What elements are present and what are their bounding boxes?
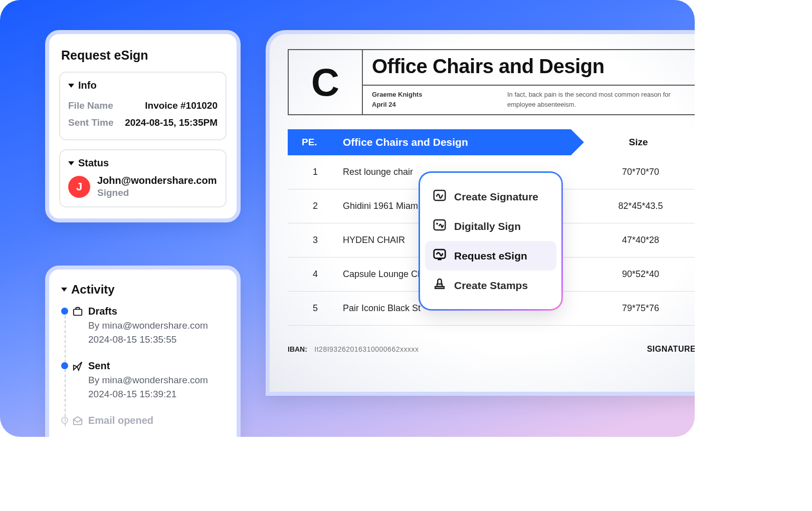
status-section: Status J John@wondershare.com Signed: [59, 149, 227, 207]
doc-footer: IBAN: It28I93262016310000662xxxxx SIGNAT…: [288, 345, 695, 354]
row-index: 3: [288, 235, 343, 245]
table-header: PE. Office Chairs and Design Size: [288, 129, 695, 155]
request-esign-icon: [432, 247, 447, 265]
activity-item-sent: Sent By mina@wondershare.com 2024-08-15 …: [72, 360, 225, 400]
file-name-value: Invoice #101020: [145, 100, 218, 111]
menu-item-label: Create Stamps: [454, 280, 528, 292]
activity-item-time: 2024-08-15 15:39:21: [72, 389, 225, 400]
chevron-down-icon: [68, 161, 74, 165]
digital-sign-icon: [432, 217, 447, 235]
file-name-row: File Name Invoice #101020: [68, 97, 218, 114]
col-header-size: Size: [571, 137, 695, 148]
doc-header: C Office Chairs and Design Graeme Knight…: [288, 49, 695, 115]
menu-item-create-signature[interactable]: Create Signature: [425, 182, 556, 211]
row-size: 47*40*28: [575, 235, 695, 245]
chevron-down-icon: [68, 84, 74, 88]
status-section-title: Status: [78, 157, 109, 169]
doc-author: Graeme Knights: [372, 90, 507, 100]
menu-item-create-stamps[interactable]: Create Stamps: [425, 271, 556, 300]
row-index: 1: [288, 167, 343, 177]
activity-item-title: Drafts: [88, 306, 117, 317]
activity-item-by: By mina@wondershare.com: [72, 320, 225, 331]
timeline-dot: [61, 417, 68, 424]
svg-rect-0: [74, 309, 82, 315]
signer-email: John@wondershare.com: [97, 175, 217, 186]
col-header-main: Office Chairs and Design: [343, 136, 468, 148]
info-section-header[interactable]: Info: [68, 80, 218, 91]
info-section-title: Info: [78, 80, 97, 91]
row-size: 90*52*40: [575, 269, 695, 280]
menu-item-request-esign[interactable]: Request eSign: [425, 241, 556, 271]
sent-time-row: Sent Time 2024-08-15, 15:35PM: [68, 114, 218, 131]
doc-logo: C: [289, 50, 363, 114]
row-index: 5: [288, 303, 343, 314]
timeline-dot: [61, 308, 68, 315]
menu-item-label: Request eSign: [454, 250, 527, 262]
activity-item-drafts: Drafts By mina@wondershare.com 2024-08-1…: [72, 306, 225, 345]
doc-logo-letter: C: [311, 63, 339, 102]
menu-item-label: Create Signature: [454, 191, 538, 203]
row-size: 82*45*43.5: [575, 201, 695, 211]
iban-value: It28I93262016310000662xxxxx: [314, 345, 419, 353]
stage-background: Request eSign Info File Name Invoice #10…: [0, 0, 695, 437]
doc-title: Office Chairs and Design: [372, 55, 695, 78]
activity-item-time: 2024-08-15 15:35:55: [72, 334, 225, 345]
activity-header[interactable]: Activity: [61, 283, 225, 297]
timeline-dot: [61, 362, 68, 369]
chevron-down-icon: [61, 288, 67, 292]
menu-item-digitally-sign[interactable]: Digitally Sign: [425, 211, 556, 241]
doc-date: April 24: [372, 100, 507, 110]
row-index: 4: [288, 269, 343, 280]
drafts-icon: [72, 306, 83, 317]
activity-item-title: Sent: [88, 360, 110, 372]
signature-icon: [432, 188, 447, 205]
doc-blurb: In fact, back pain is the second most co…: [507, 90, 695, 109]
activity-item-email-opened: Email opened: [72, 415, 225, 426]
sent-time-value: 2024-08-15, 15:35PM: [125, 117, 218, 128]
activity-timeline: Drafts By mina@wondershare.com 2024-08-1…: [61, 306, 225, 426]
row-index: 2: [288, 201, 343, 211]
info-section: Info File Name Invoice #101020 Sent Time…: [59, 72, 227, 140]
row-size: 70*70*70: [575, 167, 695, 177]
row-size: 79*75*76: [575, 303, 695, 314]
signer-row: J John@wondershare.com Signed: [68, 175, 218, 198]
sent-icon: [72, 361, 83, 372]
col-header-pe: PE.: [302, 137, 343, 148]
status-section-header[interactable]: Status: [68, 157, 218, 169]
context-menu: Create Signature Digitally Sign Request …: [420, 173, 561, 309]
stamp-icon: [432, 277, 447, 294]
file-name-label: File Name: [68, 100, 113, 111]
activity-title: Activity: [71, 283, 115, 297]
activity-panel: Activity Drafts By mina@wondershare.com …: [45, 266, 241, 437]
activity-item-by: By mina@wondershare.com: [72, 375, 225, 386]
signer-status: Signed: [97, 187, 217, 198]
panel-title: Request eSign: [59, 44, 227, 72]
iban-label: IBAN:: [288, 345, 307, 353]
menu-item-label: Digitally Sign: [454, 220, 521, 232]
activity-item-title: Email opened: [88, 415, 153, 426]
sent-time-label: Sent Time: [68, 117, 113, 128]
mail-open-icon: [72, 415, 83, 426]
avatar: J: [68, 176, 90, 198]
signature-label: SIGNATURE:: [647, 345, 695, 354]
request-esign-panel: Request eSign Info File Name Invoice #10…: [45, 30, 241, 222]
